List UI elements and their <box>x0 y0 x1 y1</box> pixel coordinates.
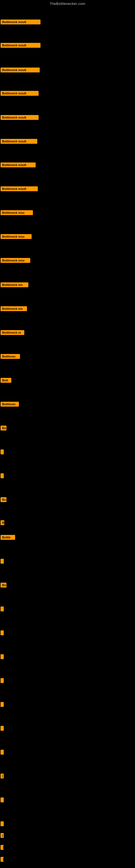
bottleneck-result-button[interactable]: Bottlenec <box>1 402 19 407</box>
bottleneck-result-button[interactable] <box>1 678 4 683</box>
bottleneck-result-button[interactable]: Bottleneck res <box>1 306 27 311</box>
bottleneck-result-button[interactable]: Bottleneck res <box>1 282 28 287</box>
bottleneck-result-button[interactable]: Bo <box>1 426 6 431</box>
bottleneck-result-button[interactable]: Bottleneck result <box>1 186 38 191</box>
bottleneck-result-button[interactable]: Bottle <box>1 535 15 540</box>
bottleneck-result-button[interactable]: Bo <box>1 583 6 588</box>
bottleneck-result-button[interactable]: Bottlenec <box>1 354 20 359</box>
bottleneck-result-button[interactable]: Bottleneck resu <box>1 210 33 215</box>
bottleneck-result-button[interactable]: Bottleneck re <box>1 330 24 335</box>
bottleneck-result-button[interactable] <box>1 726 4 731</box>
bottleneck-result-button[interactable] <box>1 450 4 454</box>
bottleneck-result-button[interactable]: Bottleneck result <box>1 162 36 167</box>
bottleneck-result-button[interactable] <box>1 750 4 755</box>
bottleneck-result-button[interactable]: Bott <box>1 378 11 383</box>
site-title: TheBottlenecker.com <box>0 0 135 7</box>
bottleneck-result-button[interactable] <box>1 473 4 478</box>
bottleneck-result-button[interactable]: Bottleneck result <box>1 91 39 96</box>
bottleneck-result-button[interactable]: | <box>1 774 4 778</box>
bottleneck-result-button[interactable]: Bo <box>1 497 6 502</box>
bottleneck-result-button[interactable]: B <box>1 520 4 525</box>
bottleneck-result-button[interactable]: Bottleneck result <box>1 115 39 120</box>
bottleneck-result-button[interactable] <box>1 654 4 659</box>
bottleneck-result-button[interactable] <box>1 822 4 826</box>
buttons-container: Bottleneck resultBottleneck resultBottle… <box>0 7 135 868</box>
bottleneck-result-button[interactable]: ▐ <box>1 857 4 862</box>
bottleneck-result-button[interactable]: Bottleneck result <box>1 139 37 144</box>
bottleneck-result-button[interactable]: Bottleneck resu <box>1 234 32 239</box>
bottleneck-result-button[interactable]: Bottleneck resu <box>1 258 30 263</box>
bottleneck-result-button[interactable]: Bottleneck result <box>1 67 40 72</box>
bottleneck-result-button[interactable]: Bottleneck result <box>1 20 41 24</box>
bottleneck-result-button[interactable] <box>1 559 4 564</box>
bottleneck-result-button[interactable]: ▐ <box>1 845 4 850</box>
bottleneck-result-button[interactable]: Bottleneck result <box>1 43 41 48</box>
bottleneck-result-button[interactable]: | <box>1 833 4 838</box>
bottleneck-result-button[interactable] <box>1 702 4 707</box>
bottleneck-result-button[interactable] <box>1 630 4 635</box>
bottleneck-result-button[interactable] <box>1 607 4 611</box>
bottleneck-result-button[interactable] <box>1 798 4 802</box>
